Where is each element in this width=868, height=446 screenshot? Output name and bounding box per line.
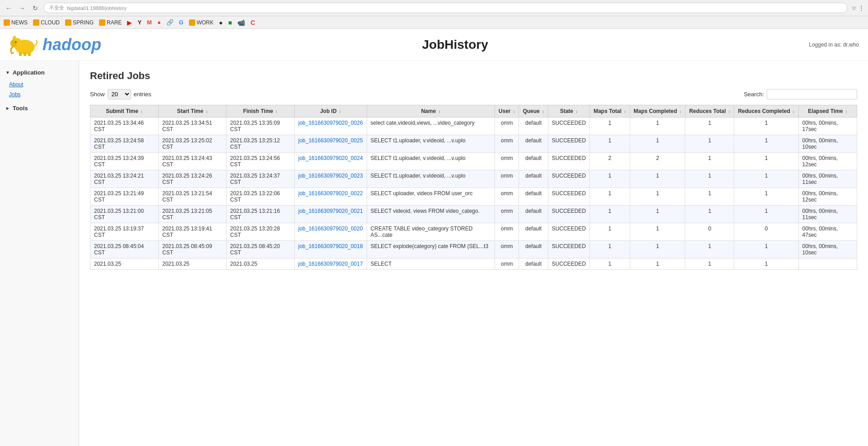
job-id-link[interactable]: job_1616630979020_0017 [298, 261, 363, 267]
bookmark-c[interactable]: C [250, 19, 255, 26]
table-cell: default [519, 170, 548, 188]
bookmark-gmail[interactable]: M [147, 19, 152, 26]
table-cell: 1 [590, 258, 630, 270]
bookmark-work[interactable]: WORK [189, 19, 213, 26]
table-cell: SELECT [367, 258, 495, 270]
table-row: 2021.03.25 13:34:46 CST2021.03.25 13:34:… [90, 117, 857, 135]
bookmark-rare[interactable]: RARE [99, 19, 122, 26]
col-reduces-completed[interactable]: Reduces Completed ↕ [734, 105, 798, 117]
col-start-time[interactable]: Start Time ↕ [158, 105, 226, 117]
bookmark-red[interactable]: ● [157, 19, 161, 26]
table-cell[interactable]: job_1616630979020_0023 [294, 170, 367, 188]
table-cell[interactable]: job_1616630979020_0021 [294, 206, 367, 223]
job-id-link[interactable]: job_1616630979020_0023 [298, 173, 363, 179]
bookmark-youtube[interactable]: ▶ [127, 19, 132, 26]
col-elapsed-time[interactable]: Elapsed Time ↕ [798, 105, 857, 117]
job-id-link[interactable]: job_1616630979020_0025 [298, 137, 363, 144]
table-cell: 0 [734, 223, 798, 241]
col-finish-time[interactable]: Finish Time ↕ [226, 105, 295, 117]
table-cell: 2021.03.25 13:22:06 CST [226, 188, 295, 206]
table-cell: 00hrs, 00mins, 12sec [798, 153, 857, 170]
table-cell: 1 [685, 135, 734, 153]
reload-button[interactable]: ↻ [31, 4, 40, 13]
table-cell: default [519, 206, 548, 223]
job-id-link[interactable]: job_1616630979020_0020 [298, 225, 363, 232]
bookmark-github[interactable]: ● [219, 19, 222, 26]
table-cell: 00hrs, 00mins, 47sec [798, 223, 857, 241]
col-submit-time[interactable]: Submit Time ↕ [90, 105, 159, 117]
tools-section-header[interactable]: ► Tools [0, 101, 79, 115]
table-cell: 1 [590, 170, 630, 188]
table-cell: 2 [630, 153, 685, 170]
forward-button[interactable]: → [17, 4, 27, 13]
table-cell[interactable]: job_1616630979020_0017 [294, 258, 367, 270]
svg-point-4 [10, 39, 17, 47]
col-maps-total[interactable]: Maps Total ↕ [590, 105, 630, 117]
bookmark-google[interactable]: G [179, 19, 184, 26]
table-cell[interactable]: job_1616630979020_0022 [294, 188, 367, 206]
svg-rect-7 [24, 52, 26, 56]
col-job-id[interactable]: Job ID ↕ [294, 105, 367, 117]
table-cell: 2021.03.25 13:24:56 CST [226, 153, 295, 170]
col-name[interactable]: Name ↕ [367, 105, 495, 117]
table-row: 2021.03.25 13:24:58 CST2021.03.25 13:25:… [90, 135, 857, 153]
table-cell: 2021.03.25 13:24:39 CST [90, 153, 159, 170]
sidebar-link-about[interactable]: About [0, 80, 79, 89]
table-cell: default [519, 153, 548, 170]
table-cell[interactable]: job_1616630979020_0020 [294, 223, 367, 241]
table-cell: SUCCEEDED [548, 188, 590, 206]
col-user[interactable]: User ↕ [495, 105, 519, 117]
bookmark-chain[interactable]: 🔗 [166, 19, 174, 26]
col-queue[interactable]: Queue ↕ [519, 105, 548, 117]
table-cell: 2021.03.25 13:24:26 CST [158, 170, 226, 188]
bookmark-cloud[interactable]: CLOUD [33, 19, 60, 26]
table-cell: default [519, 223, 548, 241]
table-cell: 2021.03.25 [158, 258, 226, 270]
col-maps-completed[interactable]: Maps Completed ↕ [630, 105, 685, 117]
table-cell: omm [495, 170, 519, 188]
browser-bar: ← → ↻ 不安全 bigdata01:19888/jobhistory ☆ ⋮ [0, 0, 868, 16]
table-cell[interactable]: job_1616630979020_0025 [294, 135, 367, 153]
arrow-icon-tools: ► [5, 106, 10, 111]
bookmark-box[interactable]: ■ [228, 19, 232, 26]
back-button[interactable]: ← [4, 4, 14, 13]
application-section-header[interactable]: ▼ Application [0, 66, 79, 80]
entries-select[interactable]: 20 50 100 [108, 89, 131, 99]
bookmark-y[interactable]: Y [137, 19, 142, 26]
logo-text: hadoop [42, 35, 101, 54]
table-cell: 2021.03.25 13:19:41 CST [158, 223, 226, 241]
bookmark-news[interactable]: NEWS [4, 19, 28, 26]
table-cell: 1 [590, 206, 630, 223]
job-id-link[interactable]: job_1616630979020_0024 [298, 155, 363, 161]
table-cell: SUCCEEDED [548, 206, 590, 223]
job-id-link[interactable]: job_1616630979020_0018 [298, 243, 363, 249]
job-id-link[interactable]: job_1616630979020_0021 [298, 208, 363, 214]
logo-area: hadoop [9, 33, 101, 56]
address-bar[interactable]: 不安全 bigdata01:19888/jobhistory [43, 3, 848, 13]
table-cell[interactable]: job_1616630979020_0018 [294, 241, 367, 258]
table-cell: 2021.03.25 13:24:21 CST [90, 170, 159, 188]
bookmark-spring[interactable]: SPRING [65, 19, 94, 26]
table-cell: 1 [685, 241, 734, 258]
job-id-link[interactable]: job_1616630979020_0022 [298, 190, 363, 197]
job-id-link[interactable]: job_1616630979020_0026 [298, 120, 363, 126]
col-reduces-total[interactable]: Reduces Total ↕ [685, 105, 734, 117]
bookmark-cam[interactable]: 📹 [237, 19, 245, 26]
app-header: hadoop JobHistory Logged in as: dr.who [0, 29, 868, 61]
table-cell: 2021.03.25 13:21:16 CST [226, 206, 295, 223]
col-state[interactable]: State ↕ [548, 105, 590, 117]
main-layout: ▼ Application About Jobs ► Tools Retired… [0, 61, 868, 446]
table-cell[interactable]: job_1616630979020_0024 [294, 153, 367, 170]
table-cell: 2021.03.25 13:20:28 CST [226, 223, 295, 241]
table-cell: 2021.03.25 08:45:04 CST [90, 241, 159, 258]
search-input[interactable] [767, 89, 857, 99]
table-cell: 1 [734, 153, 798, 170]
table-cell: 0 [685, 223, 734, 241]
table-cell: 1 [734, 188, 798, 206]
table-cell: SELECT videoid, views FROM video_catego. [367, 206, 495, 223]
table-cell[interactable]: job_1616630979020_0026 [294, 117, 367, 135]
table-cell: 00hrs, 00mins, 11sec [798, 206, 857, 223]
sidebar-link-jobs[interactable]: Jobs [0, 89, 79, 99]
table-cell: 1 [734, 135, 798, 153]
table-cell: default [519, 135, 548, 153]
